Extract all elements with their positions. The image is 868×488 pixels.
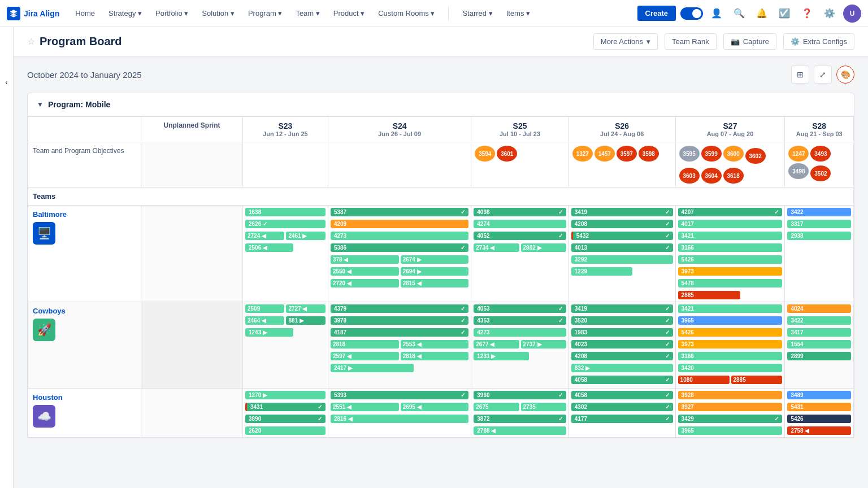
nav-custom-rooms[interactable]: Custom Rooms ▾: [374, 7, 439, 20]
card-4209[interactable]: 4209: [331, 220, 468, 228]
card-5393[interactable]: 5393✓: [331, 391, 468, 399]
obj-badge-3493[interactable]: 3493: [810, 146, 831, 162]
card-5431[interactable]: 5431: [787, 403, 851, 411]
card-2899[interactable]: 2899: [787, 352, 851, 360]
card-2553c[interactable]: 2553 ◀: [401, 340, 469, 348]
card-3872[interactable]: 3872✓: [474, 415, 566, 423]
card-3420[interactable]: 3420: [678, 364, 783, 372]
sidebar-toggle[interactable]: ‹: [0, 27, 14, 488]
card-4024[interactable]: 4024: [787, 304, 851, 313]
card-4023[interactable]: 4023✓: [571, 340, 673, 348]
card-2464[interactable]: 2464 ◀: [245, 316, 284, 325]
card-2816h[interactable]: 2816 ◀: [331, 415, 468, 423]
card-1243c[interactable]: 1243 ▶: [245, 328, 293, 337]
nav-product[interactable]: Product ▾: [329, 7, 369, 20]
user-avatar[interactable]: U: [843, 5, 861, 23]
obj-badge-1327[interactable]: 1327: [572, 146, 593, 162]
cowboys-team-name[interactable]: Cowboys: [33, 307, 136, 315]
card-4273[interactable]: 4273: [331, 232, 468, 240]
card-2677[interactable]: 2677 ◀: [474, 340, 519, 348]
obj-badge-3595[interactable]: 3595: [679, 146, 700, 162]
card-2788[interactable]: 2788 ◀: [474, 426, 566, 435]
favorite-star-icon[interactable]: ☆: [27, 36, 35, 47]
card-5426c[interactable]: 5426: [678, 328, 783, 337]
card-1231c[interactable]: 1231 ▶: [474, 352, 529, 360]
card-3489[interactable]: 3489: [787, 391, 851, 399]
card-2550[interactable]: 2550 ◀: [331, 267, 399, 276]
card-2720[interactable]: 2720 ◀: [331, 279, 399, 287]
obj-badge-3599[interactable]: 3599: [701, 146, 722, 162]
card-3166c[interactable]: 3166: [678, 352, 783, 360]
houston-team-name[interactable]: Houston: [33, 393, 136, 402]
card-3973[interactable]: 3973: [678, 267, 783, 276]
card-1229[interactable]: 1229: [571, 267, 632, 276]
card-2695[interactable]: 2695 ◀: [401, 403, 469, 411]
card-2885c[interactable]: 2885: [731, 376, 783, 384]
card-1983[interactable]: 1983✓: [571, 328, 673, 337]
settings-wheel-icon-button[interactable]: 🎨: [836, 66, 854, 84]
card-5478[interactable]: 5478: [678, 279, 783, 287]
card-3317[interactable]: 3317: [787, 220, 851, 228]
card-4273c[interactable]: 4273: [474, 328, 566, 337]
card-2818b[interactable]: 2818 ◀: [401, 352, 469, 360]
card-2506[interactable]: 2506 ◀: [245, 243, 293, 252]
card-378[interactable]: 378 ◀: [331, 255, 399, 264]
more-actions-button[interactable]: More Actions ▾: [593, 33, 658, 50]
group-icon-button[interactable]: ⊞: [791, 66, 809, 84]
team-rank-button[interactable]: Team Rank: [665, 33, 717, 50]
card-5432[interactable]: 5432✓: [571, 232, 673, 240]
card-3965h[interactable]: 3965: [678, 426, 783, 435]
obj-badge-3602[interactable]: 3602: [745, 148, 766, 164]
card-3166[interactable]: 3166: [678, 243, 783, 252]
card-2938[interactable]: 2938: [787, 232, 851, 240]
card-4017[interactable]: 4017: [678, 220, 783, 228]
baltimore-team-name[interactable]: Baltimore: [33, 210, 136, 219]
card-2674[interactable]: 2674 ▶: [401, 255, 469, 264]
card-3429[interactable]: 3429✓: [678, 415, 783, 423]
obj-badge-3601[interactable]: 3601: [497, 146, 517, 162]
card-2551[interactable]: 2551 ◀: [331, 403, 399, 411]
card-2882[interactable]: 2882 ▶: [521, 243, 566, 252]
card-4208[interactable]: 4208✓: [571, 220, 673, 228]
card-4187[interactable]: 4187✓: [331, 328, 468, 337]
card-1270h[interactable]: 1270 ▶: [245, 391, 326, 399]
card-4379[interactable]: 4379✓: [331, 304, 468, 313]
card-3928[interactable]: 3928: [678, 391, 783, 399]
card-2815[interactable]: 2815 ◀: [401, 279, 469, 287]
card-3422[interactable]: 3422: [787, 208, 851, 216]
extra-configs-button[interactable]: ⚙️ Extra Configs: [783, 33, 854, 50]
obj-badge-3603[interactable]: 3603: [679, 168, 700, 184]
card-2694[interactable]: 2694 ▶: [401, 267, 469, 276]
create-button[interactable]: Create: [637, 6, 676, 21]
card-5386b[interactable]: 5386✓: [331, 243, 468, 252]
card-4053[interactable]: 4053✓: [474, 304, 566, 313]
card-3978[interactable]: 3978✓: [331, 316, 468, 325]
card-3890[interactable]: 3890✓: [245, 415, 326, 423]
card-2509[interactable]: 2509: [245, 304, 284, 313]
card-3927[interactable]: 3927: [678, 403, 783, 411]
obj-badge-3502[interactable]: 3502: [810, 165, 831, 181]
card-3419[interactable]: 3419✓: [571, 208, 673, 216]
obj-badge-3598[interactable]: 3598: [639, 146, 659, 162]
card-3520[interactable]: 3520✓: [571, 316, 673, 325]
card-881[interactable]: 881 ▶: [286, 316, 325, 325]
card-832c[interactable]: 832 ▶: [571, 364, 673, 372]
card-3422c[interactable]: 3422: [787, 316, 851, 325]
card-4058h[interactable]: 4058✓: [571, 391, 673, 399]
card-4013[interactable]: 4013✓: [571, 243, 673, 252]
card-4353[interactable]: 4353✓: [474, 316, 566, 325]
card-3960[interactable]: 3960✓: [474, 391, 566, 399]
card-4177[interactable]: 4177✓: [571, 415, 673, 423]
obj-badge-3594[interactable]: 3594: [475, 146, 495, 162]
obj-badge-1457[interactable]: 1457: [594, 146, 615, 162]
obj-badge-3597[interactable]: 3597: [617, 146, 637, 162]
card-2620h[interactable]: 2620: [245, 426, 326, 435]
card-3421c[interactable]: 3421: [678, 304, 783, 313]
nav-home[interactable]: Home: [71, 7, 99, 20]
card-2727c[interactable]: 2727 ◀: [286, 304, 325, 313]
card-4098[interactable]: 4098✓: [474, 208, 566, 216]
user-icon[interactable]: 👤: [708, 5, 726, 23]
card-3421[interactable]: 3421: [678, 232, 783, 240]
card-4052[interactable]: 4052✓: [474, 232, 566, 240]
logo-area[interactable]: Jira Align: [7, 7, 59, 20]
